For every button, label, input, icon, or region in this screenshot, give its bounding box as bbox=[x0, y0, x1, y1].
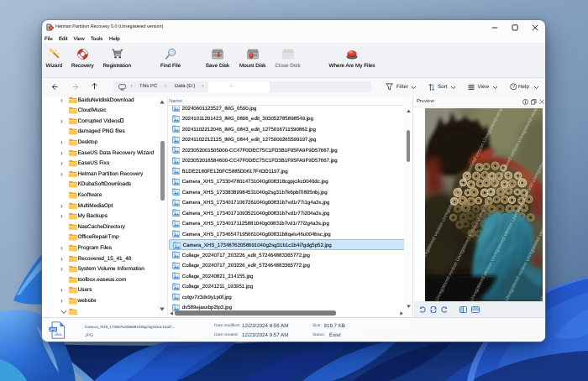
svg-text:JPG: JPG bbox=[50, 327, 56, 331]
svg-text:?: ? bbox=[512, 86, 514, 91]
